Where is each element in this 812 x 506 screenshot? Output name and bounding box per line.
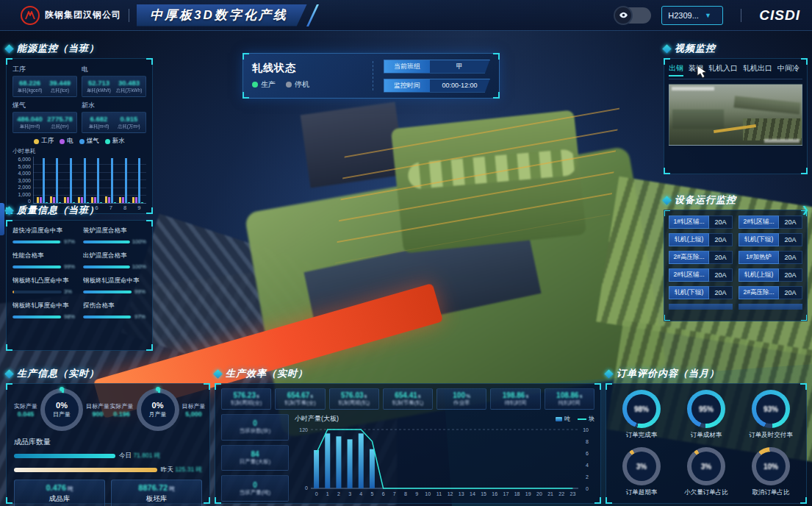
- efficiency-card-label: 轧制节奏(全): [276, 399, 323, 407]
- corner-bracket: [606, 497, 612, 504]
- energy-panel-body: 工序68.226单耗(kgce/t)39.449总耗(tce)电52.713单耗…: [6, 58, 153, 214]
- efficiency-card-label: 轧制周期(全): [223, 399, 270, 407]
- equipment-value: 20A: [779, 251, 802, 264]
- panel-expand-handle-right[interactable]: ❯: [802, 204, 809, 215]
- equipment-item: 2#高压除...20A: [739, 286, 802, 299]
- bar: [40, 197, 42, 203]
- corner-bracket: [6, 58, 12, 65]
- bar: [70, 158, 72, 203]
- legend-item: 新水: [105, 137, 125, 146]
- svg-text:6: 6: [382, 491, 385, 496]
- video-tab-中间冷[interactable]: 中间冷: [777, 63, 800, 76]
- efficiency-card: 654.67s轧制节奏(全): [275, 388, 325, 410]
- video-feed-shape: [743, 118, 802, 140]
- bar: [97, 158, 99, 203]
- hour-bar: [370, 449, 375, 488]
- progress-track: [83, 240, 130, 243]
- metric-value: 52.713: [84, 79, 114, 87]
- equipment-name: 轧机(上辊): [739, 268, 779, 282]
- progress-track: [12, 291, 62, 293]
- bar-group: [78, 157, 89, 203]
- progress-fill: [83, 240, 130, 243]
- inventory-bar: [14, 468, 157, 472]
- status-dot: [286, 82, 292, 88]
- corner-bracket: [6, 383, 12, 390]
- efficiency-panel-title-text: 生产效率（实时）: [226, 367, 308, 380]
- efficiency-card-unit: s: [256, 393, 259, 399]
- progress-value: 98%: [64, 313, 76, 320]
- gauge-name: 日产量: [53, 410, 71, 418]
- heat-number-select[interactable]: H2309... ▼: [661, 6, 723, 25]
- storage-boxes: 0.476吨成品库8876.72吨板坯库: [14, 480, 202, 506]
- inventory-bars: 今日 71.801 吨昨天 125.31 吨: [14, 452, 202, 474]
- legend-dot: [34, 139, 39, 144]
- hourly-chart-label: 小时产量(大板): [295, 414, 339, 424]
- chart-legend-item: 吨: [556, 415, 570, 423]
- quality-item: 探伤合格率97%: [83, 302, 146, 320]
- equipment-item: 2#轧区辅...20A: [669, 268, 733, 282]
- gauge-actual: 实际产量0.196: [110, 402, 134, 418]
- line-status-left: 轧线状态 生产停机: [252, 62, 362, 90]
- corner-bracket: [215, 497, 221, 504]
- corner-bracket: [800, 383, 807, 390]
- svg-text:19: 19: [525, 491, 531, 496]
- efficiency-card-label: 纯轧时间: [546, 399, 593, 407]
- title-decor-slash: [306, 4, 319, 26]
- svg-text:22: 22: [558, 491, 564, 496]
- side-box-label: 当班产量(吨): [222, 489, 288, 496]
- gauge-center: 0%月产量: [137, 388, 179, 431]
- legend-label: 吨: [564, 415, 570, 423]
- status-badge: 监控时间00:00-12:00: [384, 79, 490, 93]
- metric-value: 6.682: [84, 115, 114, 123]
- inventory-bar: [14, 454, 115, 458]
- progress-fill: [83, 316, 131, 318]
- line-status-legend-item: 生产: [252, 79, 276, 90]
- svg-text:13: 13: [459, 491, 464, 496]
- production-gauge-block: 实际产量0.1960%月产量目标产量5,000: [110, 388, 202, 431]
- progress-fill: [12, 291, 14, 293]
- hourly-output-chart: 小时产量(大板) 吨块 1200108642001234567891011121…: [295, 414, 594, 502]
- bar-group: [119, 157, 130, 203]
- corner-bracket: [606, 383, 612, 390]
- order-donut-cell: 10%取消订单占比: [752, 447, 790, 497]
- equipment-item: 轧机(上辊)20A: [669, 233, 733, 246]
- quality-item-label: 钢板终轧温度命中率: [83, 277, 146, 285]
- video-feed[interactable]: [669, 84, 802, 146]
- storage-label: 成品库: [15, 494, 104, 504]
- efficiency-card: 654.41s轧制节奏(轧): [383, 388, 433, 410]
- equipment-name: 2#轧区辅...: [739, 215, 779, 229]
- line-status-divider: [373, 61, 373, 90]
- quality-item-label: 超快冷温度命中率: [12, 227, 76, 235]
- quality-item: 性能合格率99%: [12, 252, 76, 270]
- storage-unit: 吨: [169, 485, 175, 492]
- progress-track: [12, 240, 62, 243]
- inventory-day-label: 今日: [119, 452, 133, 459]
- progress-track: [83, 266, 130, 268]
- bar: [111, 158, 113, 203]
- energy-metric: 0.915总耗(万m³): [114, 115, 144, 130]
- visibility-toggle[interactable]: [614, 7, 651, 24]
- energy-group-values: 68.226单耗(kgce/t)39.449总耗(tce): [12, 76, 77, 97]
- donut-label: 订单完成率: [622, 431, 661, 440]
- corner-bracket: [801, 315, 808, 321]
- metric-value: 2775.78: [45, 115, 75, 123]
- efficiency-card-label: 作业率: [438, 399, 485, 407]
- panel-collapse-handle-left[interactable]: [0, 203, 4, 235]
- video-tab-轧机出口[interactable]: 轧机出口: [743, 63, 772, 76]
- corner-bracket: [664, 58, 670, 65]
- orders-panel-body: 98%订单完成率95%订单成材率93%订单及时交付率3%订单超期率3%小欠量订单…: [606, 383, 807, 504]
- equipment-item: 轧机(下辊)20A: [669, 286, 733, 299]
- efficiency-card: 576.03s轧制周期(轧): [329, 388, 379, 410]
- progress-fill: [83, 266, 130, 268]
- efficiency-card-unit: s: [310, 393, 313, 399]
- energy-group-values: 486.040单耗(m³/t)2775.78总耗(m³): [12, 112, 77, 133]
- video-tab-轧机入口[interactable]: 轧机入口: [708, 63, 738, 76]
- bar: [138, 158, 140, 203]
- efficiency-card-value: 198.86s: [492, 391, 539, 399]
- bar: [53, 197, 55, 203]
- quality-item: 超快冷温度命中率97%: [12, 227, 76, 245]
- corner-bracket: [242, 92, 249, 99]
- svg-text:2: 2: [586, 474, 589, 480]
- video-tab-出钢[interactable]: 出钢: [669, 63, 683, 76]
- gauge-percent: 0%: [56, 401, 68, 410]
